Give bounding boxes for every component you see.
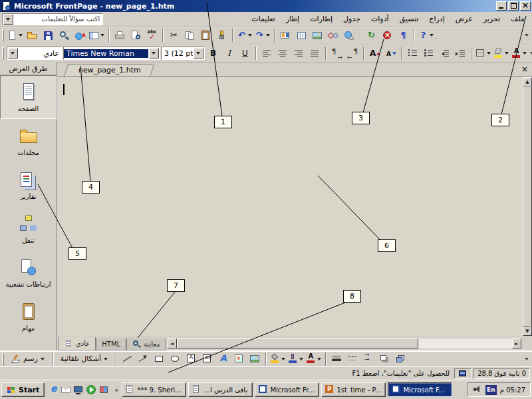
quicklaunch-overflow-chevron[interactable]: » xyxy=(113,386,120,394)
taskbar-button-sheri[interactable]: *** 9. Sheri... xyxy=(122,382,186,397)
scroll-up-button[interactable]: ▲ xyxy=(523,77,532,86)
toolbar-options-chevron[interactable] xyxy=(523,352,531,366)
vertical-text-box-button[interactable] xyxy=(200,352,215,366)
bold-button[interactable] xyxy=(205,46,221,61)
dropdown-arrow-icon[interactable] xyxy=(18,30,24,41)
horizontal-scrollbar-track[interactable] xyxy=(177,338,512,348)
msn-quicklaunch-icon[interactable] xyxy=(98,384,110,396)
dropdown-arrow-icon[interactable] xyxy=(281,354,287,364)
minimize-button[interactable] xyxy=(496,1,507,11)
view-item-reports[interactable]: تقارير xyxy=(0,163,57,207)
fill-color-button[interactable] xyxy=(269,352,287,366)
dropdown-arrow-icon[interactable] xyxy=(247,30,253,41)
toggle-pane-button[interactable] xyxy=(88,28,106,43)
arrow-style-button[interactable] xyxy=(361,352,376,366)
scroll-left-button[interactable]: ◄ xyxy=(168,338,177,348)
ie-quicklaunch-icon[interactable] xyxy=(48,384,59,396)
ltr-paragraph-button[interactable] xyxy=(329,46,344,61)
menu-table[interactable]: جدول xyxy=(338,13,366,25)
wordart-button[interactable] xyxy=(215,352,231,366)
tab-html-view[interactable]: HTML xyxy=(96,338,126,350)
close-button[interactable] xyxy=(520,1,531,11)
chevron-down-icon[interactable] xyxy=(149,48,159,59)
align-center-button[interactable] xyxy=(275,46,291,61)
redo-button[interactable] xyxy=(254,28,271,43)
line-style-button[interactable] xyxy=(329,352,344,366)
web-component-button[interactable] xyxy=(278,28,293,43)
spelling-button[interactable] xyxy=(144,28,160,43)
vertical-scrollbar-thumb[interactable] xyxy=(523,86,532,327)
drawing-button[interactable] xyxy=(326,28,341,43)
view-item-hyperlinks[interactable]: ارتباطات تشعبية xyxy=(0,251,57,295)
insert-picture-button[interactable] xyxy=(310,28,325,43)
chevron-down-icon[interactable] xyxy=(8,48,18,59)
taskbar-button-1st-time[interactable]: 1st_time - P... xyxy=(321,382,386,397)
menu-help[interactable]: تعليمات xyxy=(246,13,280,25)
volume-icon[interactable] xyxy=(473,385,482,394)
horizontal-scrollbar-thumb[interactable] xyxy=(177,338,418,348)
dropdown-arrow-icon[interactable] xyxy=(317,354,323,364)
dropdown-arrow-icon[interactable] xyxy=(429,30,435,41)
toolbar-grip[interactable] xyxy=(2,353,4,365)
taskbar-button-frontpage-1[interactable]: Microsoft Fr... xyxy=(255,382,319,397)
italic-button[interactable] xyxy=(221,46,237,61)
font-color-button[interactable] xyxy=(511,46,528,61)
menu-insert[interactable]: إدراج xyxy=(424,13,450,25)
rtl-paragraph-button[interactable] xyxy=(345,46,360,61)
line-color-button[interactable] xyxy=(287,352,305,366)
draw-menu-button[interactable]: رسم xyxy=(7,352,50,366)
menu-format[interactable]: تنسيق xyxy=(394,13,424,25)
horizontal-scrollbar[interactable]: ◄ ► xyxy=(168,338,521,348)
numbered-list-button[interactable] xyxy=(405,46,420,61)
open-button[interactable] xyxy=(25,28,40,43)
font-combo[interactable]: Times New Roman xyxy=(63,47,160,60)
toolbar-options-chevron[interactable] xyxy=(529,47,532,60)
text-box-button[interactable] xyxy=(184,352,199,366)
justify-button[interactable] xyxy=(307,46,323,61)
save-button[interactable] xyxy=(41,28,56,43)
menu-window[interactable]: إطار xyxy=(281,13,305,25)
clip-art-button[interactable] xyxy=(231,352,247,366)
picture-from-file-button[interactable] xyxy=(247,352,263,366)
paste-button[interactable] xyxy=(198,28,213,43)
toolbar-grip[interactable] xyxy=(2,47,4,59)
menu-file[interactable]: ملف xyxy=(505,13,530,25)
taskbar-button-frontpage-2[interactable]: Microsoft F... xyxy=(388,382,452,397)
maximize-button[interactable] xyxy=(508,1,519,11)
scroll-down-button[interactable]: ▼ xyxy=(523,327,532,336)
insert-table-button[interactable] xyxy=(294,28,309,43)
vertical-scrollbar[interactable]: ▲ ▼ xyxy=(523,76,532,336)
threed-style-button[interactable] xyxy=(393,352,408,366)
borders-button[interactable] xyxy=(475,46,492,61)
arrow-button[interactable] xyxy=(136,352,151,366)
line-button[interactable] xyxy=(120,352,135,366)
search-button[interactable] xyxy=(57,28,72,43)
decrease-indent-button[interactable] xyxy=(437,46,452,61)
show-all-button[interactable] xyxy=(396,28,411,43)
decrease-font-size-button[interactable] xyxy=(383,46,398,61)
cut-button[interactable] xyxy=(166,28,182,43)
view-item-page[interactable]: الصفحة xyxy=(0,75,57,119)
close-page-button[interactable]: × xyxy=(520,65,529,74)
menu-view[interactable]: عرض xyxy=(450,13,478,25)
preview-in-browser-button[interactable] xyxy=(128,28,144,43)
copy-button[interactable] xyxy=(182,28,198,43)
dropdown-arrow-icon[interactable] xyxy=(486,48,492,59)
document-tab[interactable]: new_page_1.htm xyxy=(64,65,150,76)
media-player-quicklaunch-icon[interactable] xyxy=(86,384,97,396)
view-item-folders[interactable]: مجلدات xyxy=(0,119,57,163)
outlook-quicklaunch-icon[interactable] xyxy=(61,384,72,396)
help-button[interactable] xyxy=(418,28,435,43)
increase-indent-button[interactable] xyxy=(453,46,468,61)
align-right-button[interactable] xyxy=(291,46,307,61)
stop-button[interactable] xyxy=(380,28,395,43)
toolbar-options-chevron[interactable] xyxy=(523,29,531,42)
ask-help-box[interactable]: اكتب سؤالاً للتعليمات xyxy=(2,13,103,25)
tab-preview-view[interactable]: معاينة xyxy=(126,338,166,350)
view-item-navigation[interactable]: تنقل xyxy=(0,207,57,251)
publish-web-button[interactable] xyxy=(72,28,88,43)
toolbar-grip[interactable] xyxy=(2,29,4,41)
autoshapes-menu-button[interactable]: أشكال تلقائية xyxy=(57,352,113,366)
dash-style-button[interactable] xyxy=(345,352,360,366)
new-page-button[interactable] xyxy=(7,28,24,43)
